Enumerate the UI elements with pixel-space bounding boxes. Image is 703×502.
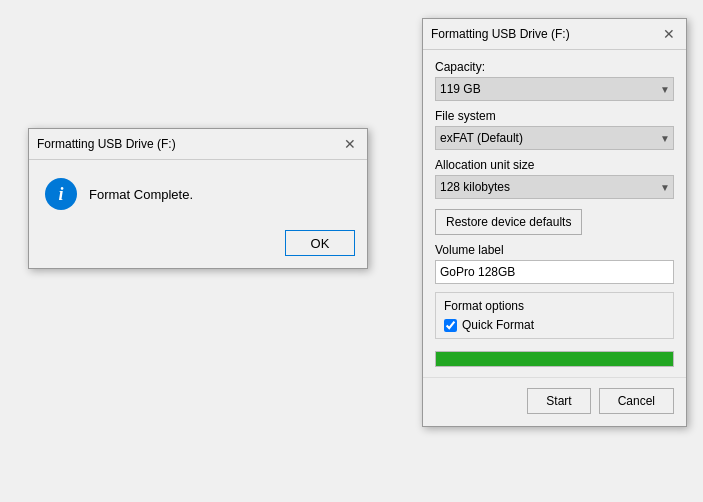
- complete-dialog-titlebar: Formatting USB Drive (F:) ✕: [29, 129, 367, 160]
- filesystem-label: File system: [435, 109, 674, 123]
- alloc-select[interactable]: 128 kilobytes: [435, 175, 674, 199]
- format-dialog-title: Formatting USB Drive (F:): [431, 27, 570, 41]
- format-options-label: Format options: [444, 299, 665, 313]
- complete-message: Format Complete.: [89, 187, 193, 202]
- format-bottom-buttons: Start Cancel: [423, 377, 686, 426]
- ok-button[interactable]: OK: [285, 230, 355, 256]
- format-dialog: Formatting USB Drive (F:) ✕ Capacity: 11…: [422, 18, 687, 427]
- volume-input[interactable]: [435, 260, 674, 284]
- filesystem-select-wrapper: exFAT (Default) ▼: [435, 126, 674, 150]
- alloc-label: Allocation unit size: [435, 158, 674, 172]
- format-options-box: Format options Quick Format: [435, 292, 674, 339]
- capacity-select[interactable]: 119 GB: [435, 77, 674, 101]
- complete-dialog: Formatting USB Drive (F:) ✕ i Format Com…: [28, 128, 368, 269]
- cancel-button[interactable]: Cancel: [599, 388, 674, 414]
- complete-dialog-title: Formatting USB Drive (F:): [37, 137, 176, 151]
- complete-dialog-content: i Format Complete.: [29, 160, 367, 222]
- quick-format-label[interactable]: Quick Format: [462, 318, 534, 332]
- progress-bar-fill: [436, 352, 673, 366]
- filesystem-select[interactable]: exFAT (Default): [435, 126, 674, 150]
- complete-dialog-close[interactable]: ✕: [341, 135, 359, 153]
- start-button[interactable]: Start: [527, 388, 590, 414]
- complete-button-row: OK: [29, 222, 367, 268]
- info-icon: i: [45, 178, 77, 210]
- capacity-select-wrapper: 119 GB ▼: [435, 77, 674, 101]
- restore-defaults-button[interactable]: Restore device defaults: [435, 209, 582, 235]
- quick-format-row: Quick Format: [444, 318, 665, 332]
- format-dialog-titlebar: Formatting USB Drive (F:) ✕: [423, 19, 686, 50]
- capacity-label: Capacity:: [435, 60, 674, 74]
- volume-label: Volume label: [435, 243, 674, 257]
- alloc-select-wrapper: 128 kilobytes ▼: [435, 175, 674, 199]
- format-dialog-close[interactable]: ✕: [660, 25, 678, 43]
- progress-bar-container: [435, 351, 674, 367]
- quick-format-checkbox[interactable]: [444, 319, 457, 332]
- format-dialog-body: Capacity: 119 GB ▼ File system exFAT (De…: [423, 50, 686, 377]
